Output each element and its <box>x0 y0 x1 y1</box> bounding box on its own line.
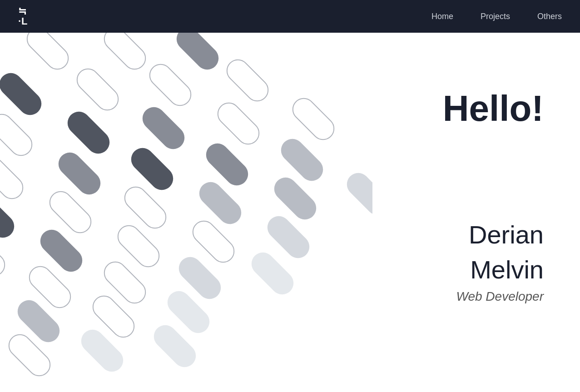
capsule-9 <box>63 107 114 158</box>
hero-section: Hello! Derian Melvin Web Developer <box>443 88 544 303</box>
site-logo[interactable]: ≒ ·L <box>18 6 28 26</box>
hero-greeting: Hello! <box>443 88 544 128</box>
capsule-4 <box>0 68 46 119</box>
hero-lastname: Melvin <box>443 254 544 285</box>
capsule-5 <box>72 64 123 115</box>
main-content: Hello! Derian Melvin Web Developer <box>0 0 580 392</box>
capsule-2 <box>99 33 150 74</box>
capsule-12 <box>288 93 339 144</box>
capsule-pattern <box>0 33 372 392</box>
capsule-1 <box>22 33 73 74</box>
capsule-13 <box>0 152 28 203</box>
capsule-6 <box>144 59 196 110</box>
capsule-23 <box>342 168 372 219</box>
capsule-10 <box>138 102 189 154</box>
nav-others[interactable]: Others <box>537 12 562 21</box>
nav-projects[interactable]: Projects <box>481 12 510 21</box>
capsule-3 <box>172 33 223 74</box>
hero-title: Web Developer <box>443 289 544 304</box>
capsule-7 <box>222 55 273 106</box>
capsule-8 <box>0 109 37 160</box>
nav-links: Home Projects Others <box>431 12 562 21</box>
navbar: ≒ ·L Home Projects Others <box>0 0 580 33</box>
nav-home[interactable]: Home <box>431 12 453 21</box>
hero-firstname: Derian <box>443 219 544 249</box>
capsule-11 <box>213 98 264 149</box>
